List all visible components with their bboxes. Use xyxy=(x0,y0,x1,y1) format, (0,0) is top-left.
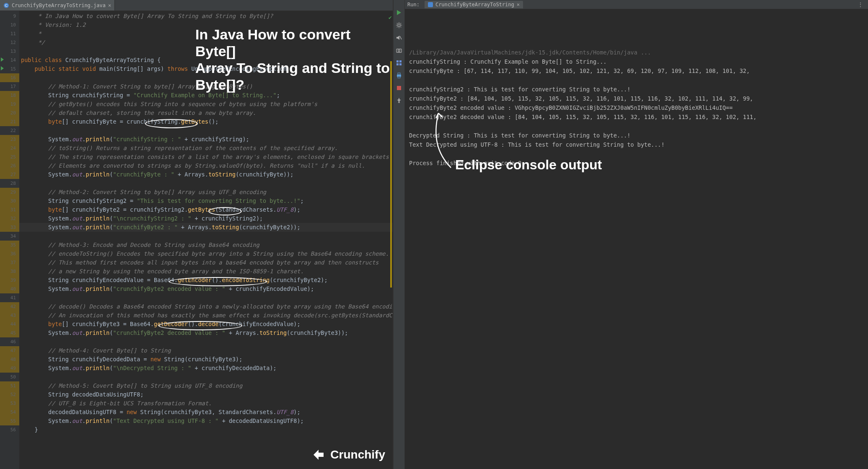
code-line: } xyxy=(19,425,393,434)
code-line xyxy=(19,47,393,56)
code-line: System.out.println("Text Decrypted using… xyxy=(19,417,393,425)
code-line: */ xyxy=(19,38,393,47)
run-panel: Run: CrunchifyByteArrayToString × ⋮ Ecli… xyxy=(405,0,868,469)
run-side-toolbar xyxy=(393,0,405,469)
line-number: 30 xyxy=(0,197,19,205)
line-number: 34 xyxy=(0,232,19,241)
gear-icon[interactable] xyxy=(396,22,402,29)
svg-rect-13 xyxy=(397,86,401,90)
line-number: 28 xyxy=(0,179,19,188)
stop-icon[interactable] xyxy=(396,85,402,91)
line-number-gutter: 9101112131415161718192021222324252627282… xyxy=(0,11,19,469)
line-number: 31 xyxy=(0,205,19,214)
gutter-run-icon[interactable] xyxy=(1,66,4,70)
code-line: decodedDataUsingUTF8 = new String(crunch… xyxy=(19,408,393,417)
line-number: 47 xyxy=(0,346,19,355)
line-number: 14 xyxy=(0,56,19,65)
code-line: * In Java How to convert Byte[] Array To… xyxy=(19,12,393,21)
code-line: String crunchifyString = "Crunchify Exam… xyxy=(19,91,393,100)
code-line: System.out.println("crunchifyString : " … xyxy=(19,135,393,144)
line-number: 22 xyxy=(0,126,19,135)
line-number: 54 xyxy=(0,408,19,417)
print-icon[interactable] xyxy=(396,72,402,79)
code-line: String crunchifyEncodedValue = Base64.ge… xyxy=(19,276,393,285)
code-line: System.out.println("crunchifyByte2 decod… xyxy=(19,329,393,337)
svg-text:C: C xyxy=(5,3,8,8)
svg-rect-14 xyxy=(428,2,433,7)
crunchify-logo: Crunchify xyxy=(313,448,385,461)
svg-point-2 xyxy=(398,24,400,26)
console-line: crunchifyByte2 decoded value : [84, 104,… xyxy=(409,112,864,122)
line-number: 38 xyxy=(0,267,19,276)
pin-icon[interactable] xyxy=(396,97,402,104)
java-class-icon: C xyxy=(3,3,9,8)
editor-tabbar: C CrunchifyByteArrayToString.java × xyxy=(0,0,393,11)
line-number: 11 xyxy=(0,29,19,38)
code-line xyxy=(19,293,393,302)
console-line: crunchifyByte2 : [84, 104, 105, 115, 32,… xyxy=(409,94,864,103)
code-line: // getBytes() encodes this String into a… xyxy=(19,100,393,109)
code-line xyxy=(19,126,393,135)
code-line xyxy=(19,73,393,82)
mute-icon[interactable] xyxy=(396,34,402,41)
line-number: 42 xyxy=(0,302,19,311)
code-line: System.out.println("crunchifyByte2 encod… xyxy=(19,285,393,293)
gutter-run-icon[interactable] xyxy=(1,57,4,62)
line-number: 10 xyxy=(0,21,19,29)
code-line: // The string representation consists of… xyxy=(19,153,393,161)
console-command-line: /Library/Java/JavaVirtualMachines/jdk-15… xyxy=(409,48,864,57)
run-icon[interactable] xyxy=(396,9,402,16)
line-number: 52 xyxy=(0,390,19,399)
line-number: 49 xyxy=(0,364,19,373)
code-line: System.out.println("crunchifyByte2 : " +… xyxy=(19,223,393,232)
code-line xyxy=(19,179,393,188)
run-more-icon[interactable]: ⋮ xyxy=(858,2,864,8)
console-line: crunchifyString : Crunchify Example on B… xyxy=(409,57,864,66)
code-line xyxy=(19,337,393,346)
code-line xyxy=(19,373,393,381)
line-number: 29 xyxy=(0,188,19,197)
svg-rect-6 xyxy=(396,60,399,62)
code-line: String crunchifyDecodedData = new String… xyxy=(19,355,393,364)
run-config-tab[interactable]: CrunchifyByteArrayToString × xyxy=(425,1,523,8)
line-number: 18 xyxy=(0,91,19,100)
line-number: 45 xyxy=(0,329,19,337)
line-number: 43 xyxy=(0,311,19,320)
line-number: 21 xyxy=(0,117,19,126)
close-icon[interactable]: × xyxy=(517,2,520,8)
line-number: 35 xyxy=(0,241,19,249)
code-line: // Method-3: Encode and Decode to String… xyxy=(19,241,393,249)
line-number: 16 xyxy=(0,73,19,82)
code-area[interactable]: In Java How to convert Byte[] Array To S… xyxy=(19,11,393,469)
code-line: System.out.println("\ncrunchifyString2 :… xyxy=(19,214,393,223)
camera-icon[interactable] xyxy=(396,47,402,54)
svg-rect-7 xyxy=(399,60,402,62)
console-line: Process finished with exit code 0 xyxy=(409,158,864,168)
code-line xyxy=(19,232,393,241)
editor-tab[interactable]: C CrunchifyByteArrayToString.java × xyxy=(0,0,115,10)
svg-point-5 xyxy=(398,50,400,52)
console-line: crunchifyByte : [67, 114, 117, 110, 99, … xyxy=(409,66,864,75)
code-line: // encodeToString() Encodes the specifie… xyxy=(19,249,393,258)
code-line: // decode() Decodes a Base64 encoded Str… xyxy=(19,302,393,311)
run-label: Run: xyxy=(407,2,420,8)
line-number: 26 xyxy=(0,161,19,170)
console-line: crunchifyString2 : This is test for conv… xyxy=(409,85,864,94)
line-number: 17 xyxy=(0,82,19,91)
editor-marker-strip: ✔ xyxy=(388,11,393,469)
crunchify-logo-text: Crunchify xyxy=(330,448,385,461)
svg-line-3 xyxy=(400,36,402,39)
line-number: 12 xyxy=(0,38,19,47)
line-number: 25 xyxy=(0,153,19,161)
grid-icon[interactable] xyxy=(396,60,402,66)
code-line: String decodedDataUsingUTF8; xyxy=(19,390,393,399)
code-line: // default charset, storing the result i… xyxy=(19,109,393,117)
close-icon[interactable]: × xyxy=(108,3,111,8)
console-output[interactable]: Eclipse console output /Library/Java/Jav… xyxy=(405,9,868,469)
console-line: Text Decrypted using UTF-8 : This is tes… xyxy=(409,140,864,149)
line-number: 55 xyxy=(0,417,19,425)
line-number: 9 xyxy=(0,12,19,21)
code-line: // An invocation of this method has exac… xyxy=(19,311,393,320)
java-app-icon xyxy=(428,2,433,7)
line-number: 24 xyxy=(0,144,19,153)
